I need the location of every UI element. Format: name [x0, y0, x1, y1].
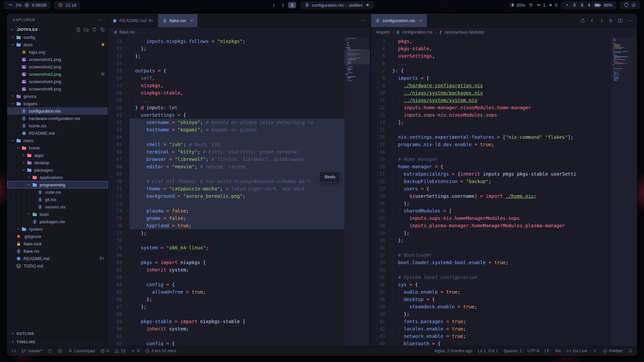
code-line[interactable]: # System level configuration	[392, 274, 611, 281]
code-line[interactable]: };	[129, 229, 344, 237]
refresh-explorer-icon[interactable]	[92, 27, 97, 32]
tab-readme-md[interactable]: README.md9+	[108, 14, 158, 27]
code-line[interactable]: ...	[392, 60, 611, 67]
code-line[interactable]	[129, 274, 344, 281]
close-icon[interactable]: ×	[419, 18, 422, 23]
code-line[interactable]: inputs.sops-nix.nixosModules.sops	[392, 111, 611, 119]
explorer-more-actions-icon[interactable]	[98, 17, 102, 22]
status-encoding[interactable]: UTF-8	[528, 349, 539, 353]
tree-folder-system[interactable]: system	[7, 225, 108, 233]
code-line[interactable]	[129, 200, 344, 207]
code-line[interactable]: locales.enable = true;	[392, 325, 611, 333]
code-line[interactable]: # List all themes: $ nix build nixpkgs#b…	[129, 178, 344, 185]
code-line[interactable]: extraSpecialArgs = {inherit inputs pkgs …	[392, 170, 611, 178]
code-content[interactable]: inputs.nixpkgs.follows = "nixpkgs"; }; }…	[129, 37, 344, 346]
code-line[interactable]: };	[129, 52, 344, 60]
status-cursor-position[interactable]: Ln 1, Col 1	[478, 349, 498, 353]
breadcrumb-anonymous-lambda[interactable]: ƒ(anonymous lambda)	[439, 30, 484, 35]
workspace-root-row[interactable]: .DOTFILES	[7, 25, 108, 34]
tree-file-configuration-nix[interactable]: configuration.nix	[7, 107, 108, 115]
status-problems-errors[interactable]: 0	[100, 349, 109, 353]
code-line[interactable]	[129, 133, 344, 141]
minimap[interactable]	[611, 37, 637, 346]
code-line[interactable]: desktop = {	[392, 296, 611, 303]
tree-file-todo-md[interactable]: TODO.md	[7, 262, 108, 269]
status-forwarded-ports[interactable]: 0	[131, 349, 140, 353]
shield-icon[interactable]	[624, 3, 629, 7]
code-line[interactable]: bluetooth = {	[392, 340, 611, 346]
code-line[interactable]	[392, 148, 611, 156]
code-line[interactable]: };	[129, 296, 344, 303]
code-line[interactable]: };	[129, 303, 344, 310]
code-line[interactable]	[392, 266, 611, 274]
code-line[interactable]: inputs.home-manager.nixosModules.home-ma…	[392, 104, 611, 111]
code-content[interactable]: pkgs, pkgs-stable, userSettings, ...}: {…	[392, 37, 611, 346]
code-line[interactable]: };	[392, 200, 611, 207]
code-line[interactable]: };	[392, 237, 611, 244]
code-editor[interactable]: 3456789101112131415161718192021222324252…	[371, 37, 637, 346]
code-line[interactable]: gnome = false;	[129, 215, 344, 222]
code-line[interactable]: };	[392, 310, 611, 318]
go-forward-icon[interactable]	[599, 18, 604, 23]
code-line[interactable]	[392, 126, 611, 133]
code-line[interactable]: system = "x86_64-linux";	[129, 244, 344, 251]
tree-folder-programming[interactable]: programming	[7, 181, 108, 188]
code-line[interactable]: browser = "librewolf"; # firefox, librew…	[129, 156, 344, 163]
code-line[interactable]: username = "shinya"; # konsta or shinya …	[129, 119, 344, 126]
tree-file-hardware-configuration-nix[interactable]: hardware-configuration.nix	[7, 115, 108, 122]
tree-folder-home[interactable]: home	[7, 144, 108, 152]
tree-file-packages-nix[interactable]: packages.nix	[7, 218, 108, 225]
tree-file-readme-md[interactable]: README.md	[7, 129, 108, 137]
code-line[interactable]	[129, 237, 344, 244]
tree-file-screenshot2-png[interactable]: screenshot2.png	[7, 63, 108, 70]
workspace-button-2[interactable]: 2	[279, 2, 287, 8]
tree-file-git-nix[interactable]: git.nix	[7, 196, 108, 203]
code-line[interactable]: background = "aurora_borealis.png";	[129, 192, 344, 200]
code-line[interactable]: sharedModules = [	[392, 207, 611, 215]
breadcrumb-configuration-nix[interactable]: configuration.nix	[396, 30, 432, 35]
code-line[interactable]: pkgs-stable,	[392, 45, 611, 52]
code-line[interactable]: hyprland = true;	[129, 222, 344, 229]
code-line[interactable]: inputs.nixpkgs.follows = "nixpkgs";	[129, 38, 344, 45]
code-line[interactable]	[129, 251, 344, 259]
code-line[interactable]: editor = "neovim"; # neovim, vscode	[129, 163, 344, 170]
chevron-down-icon[interactable]	[565, 3, 570, 7]
code-line[interactable]: fonts.packages = true;	[392, 318, 611, 325]
code-line[interactable]	[392, 244, 611, 251]
code-line[interactable]: inputs.sops-nix.homeManagerModules.sops	[392, 215, 611, 222]
tree-file-code-nix[interactable]: code.nix	[7, 188, 108, 196]
code-line[interactable]: allowUnfree = true;	[129, 288, 344, 296]
code-line[interactable]: ];	[392, 119, 611, 126]
code-line[interactable]: }: {	[392, 67, 611, 74]
close-icon[interactable]: ×	[190, 18, 193, 23]
tree-file-screenshot6-png[interactable]: screenshot6.png	[7, 85, 108, 93]
code-line[interactable]: ../nixos/system/system.nix	[392, 97, 611, 104]
workspace-button-1[interactable]: 1	[270, 2, 278, 8]
more-actions-icon[interactable]	[627, 18, 632, 23]
code-line[interactable]: pkgs-stable = import nixpkgs-stable {	[129, 318, 344, 325]
status-language-mode[interactable]: Nix	[555, 349, 561, 353]
status-indentation[interactable]: Spaces: 2	[503, 349, 522, 353]
status-notifications[interactable]	[628, 349, 633, 353]
tab-flake-nix[interactable]: flake.nix×	[158, 14, 198, 27]
tree-folder-packages[interactable]: packages	[7, 166, 108, 174]
status-stashes[interactable]	[58, 349, 62, 353]
code-line[interactable]: pkgs = import nixpkgs {	[129, 259, 344, 266]
minimap[interactable]	[344, 37, 370, 346]
code-line[interactable]: programs.nix-ld.dev.enable = true;	[392, 141, 611, 148]
tab-configuration-nix[interactable]: configuration.nix×	[371, 14, 427, 27]
code-line[interactable]: self,	[129, 74, 344, 82]
code-line[interactable]	[129, 170, 344, 178]
tree-file-home-nix[interactable]: home.nix	[7, 122, 108, 129]
breadcrumb-kogami[interactable]: kogami	[376, 30, 390, 35]
toggle-changes-icon[interactable]	[580, 18, 585, 23]
timeline-section[interactable]: TIMELINE	[7, 338, 108, 346]
code-line[interactable]: outputs = {	[129, 67, 344, 74]
code-line[interactable]: nix.settings.experimental-features = ["n…	[392, 133, 611, 141]
code-line[interactable]: inherit system;	[129, 266, 344, 274]
tree-file-neovim-nix[interactable]: neovim.nix	[7, 203, 108, 210]
tree-file-logo-svg[interactable]: logo.svg	[7, 48, 108, 56]
status-feedback[interactable]: ☺	[593, 349, 597, 353]
power-icon[interactable]	[631, 3, 636, 7]
code-line[interactable]: ./hardware-configuration.nix	[392, 82, 611, 89]
